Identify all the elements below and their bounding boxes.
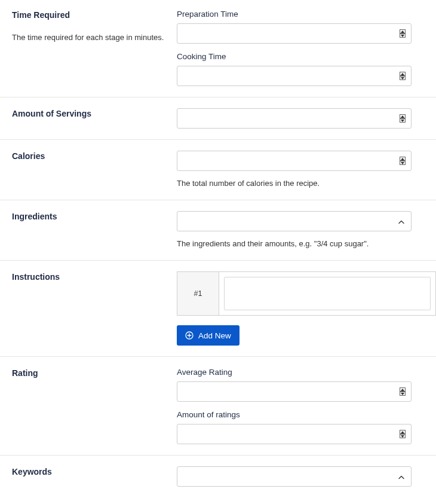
section-time-required: Time Required The time required for each…	[0, 10, 436, 97]
instruction-row-number: #1	[177, 272, 219, 315]
add-new-label: Add New	[198, 331, 231, 340]
heading-ingredients: Ingredients	[12, 211, 167, 223]
add-new-button[interactable]: Add New	[177, 325, 240, 346]
input-instruction-1[interactable]	[224, 277, 431, 310]
label-average-rating: Average Rating	[177, 368, 436, 377]
heading-servings: Amount of Servings	[12, 108, 167, 120]
input-average-rating[interactable]	[177, 381, 412, 402]
section-keywords: Keywords	[0, 456, 436, 504]
label-amount-ratings: Amount of ratings	[177, 410, 436, 419]
instructions-table: #1	[177, 271, 436, 316]
input-calories[interactable]	[177, 151, 412, 171]
desc-time-required: The time required for each stage in minu…	[12, 32, 167, 44]
input-cooking-time[interactable]	[177, 66, 412, 86]
section-servings: Amount of Servings	[0, 97, 436, 140]
input-keywords[interactable]	[177, 466, 412, 487]
input-preparation-time[interactable]	[177, 23, 412, 44]
section-ingredients: Ingredients The ingredients and their am…	[0, 200, 436, 261]
section-instructions: Instructions #1 Add New	[0, 261, 436, 357]
helper-calories: The total number of calories in the reci…	[177, 178, 436, 189]
heading-calories: Calories	[12, 151, 167, 163]
heading-keywords: Keywords	[12, 466, 167, 478]
plus-circle-icon	[185, 331, 194, 340]
input-ingredients[interactable]	[177, 211, 412, 231]
label-cooking-time: Cooking Time	[177, 52, 436, 61]
section-calories: Calories The total number of calories in…	[0, 140, 436, 200]
input-amount-ratings[interactable]	[177, 424, 412, 444]
input-servings[interactable]	[177, 108, 412, 129]
section-rating: Rating Average Rating Amount of ratings	[0, 357, 436, 456]
heading-time-required: Time Required	[12, 10, 167, 22]
heading-instructions: Instructions	[12, 271, 167, 283]
helper-ingredients: The ingredients and their amounts, e.g. …	[177, 239, 436, 249]
label-preparation-time: Preparation Time	[177, 10, 436, 19]
heading-rating: Rating	[12, 368, 167, 380]
